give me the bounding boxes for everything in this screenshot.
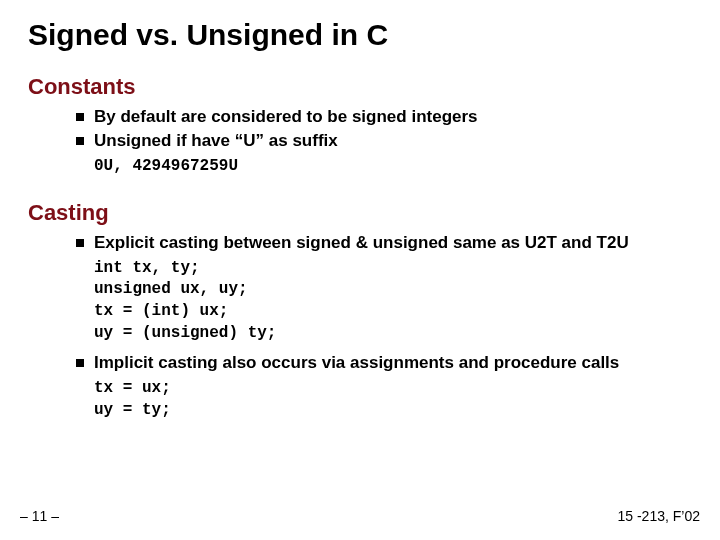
section-head-constants: Constants <box>28 74 692 100</box>
list-item: Explicit casting between signed & unsign… <box>76 232 692 254</box>
course-label: 15 -213, F’02 <box>618 508 701 524</box>
code-line: unsigned ux, uy; <box>94 279 692 301</box>
bullet-text: Unsigned if have “U” as suffix <box>94 130 338 152</box>
code-line: uy = (unsigned) ty; <box>94 323 692 345</box>
list-item: Implicit casting also occurs via assignm… <box>76 352 692 374</box>
code-line: tx = ux; <box>94 378 692 400</box>
code-line: tx = (int) ux; <box>94 301 692 323</box>
constants-bullets: By default are considered to be signed i… <box>76 106 692 152</box>
bullet-icon <box>76 359 84 367</box>
casting-bullets: Explicit casting between signed & unsign… <box>76 232 692 254</box>
list-item: Unsigned if have “U” as suffix <box>76 130 692 152</box>
code-block-implicit: tx = ux; uy = ty; <box>94 378 692 421</box>
code-block-explicit: int tx, ty; unsigned ux, uy; tx = (int) … <box>94 258 692 344</box>
section-head-casting: Casting <box>28 200 692 226</box>
bullet-icon <box>76 113 84 121</box>
slide-number: – 11 – <box>20 508 59 524</box>
casting-bullets-2: Implicit casting also occurs via assignm… <box>76 352 692 374</box>
bullet-text: Explicit casting between signed & unsign… <box>94 232 629 254</box>
bullet-text: By default are considered to be signed i… <box>94 106 478 128</box>
code-line: int tx, ty; <box>94 258 692 280</box>
code-line: uy = ty; <box>94 400 692 422</box>
page-title: Signed vs. Unsigned in C <box>28 18 692 52</box>
bullet-icon <box>76 137 84 145</box>
list-item: By default are considered to be signed i… <box>76 106 692 128</box>
code-line: 0U, 4294967259U <box>94 156 692 178</box>
bullet-icon <box>76 239 84 247</box>
code-block-constants: 0U, 4294967259U <box>94 156 692 178</box>
bullet-text: Implicit casting also occurs via assignm… <box>94 352 619 374</box>
